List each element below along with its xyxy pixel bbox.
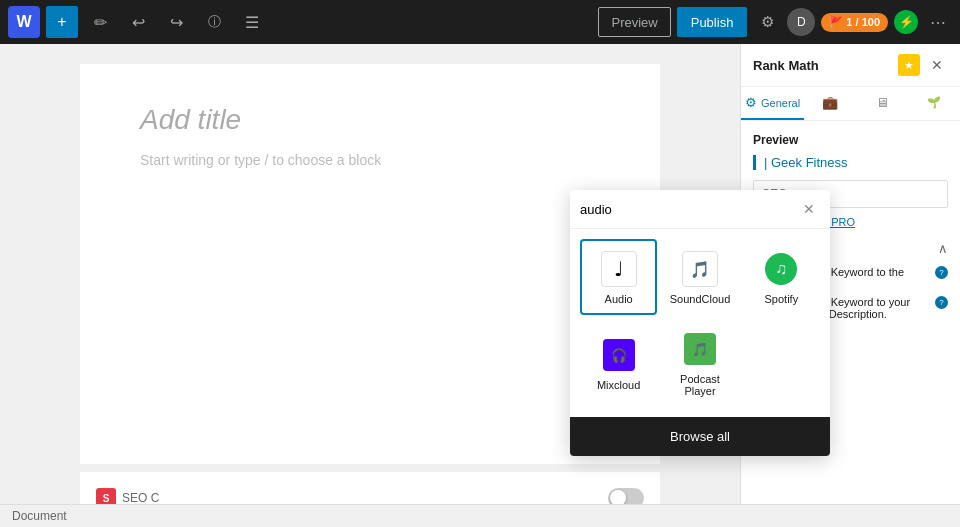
tab-schema[interactable]: 🖥 [856,87,908,120]
general-tab-icon: ⚙ [745,95,757,110]
preview-section-label: Preview [753,133,948,147]
content-chevron[interactable]: ∧ [938,241,948,256]
block-search-popup: ✕ ♩ Audio 🎵 SoundCloud ♫ Spotify 🎧 Mixcl… [570,190,830,456]
spotify-icon-inner: ♫ [765,253,797,285]
tab-advanced[interactable]: 💼 [804,87,856,120]
rank-math-title: Rank Math [753,58,819,73]
more-options-button[interactable]: ⋯ [924,8,952,36]
preview-button[interactable]: Preview [598,7,670,37]
soundcloud-block-label: SoundCloud [670,293,731,305]
mixcloud-icon-inner: 🎧 [603,339,635,371]
block-item-audio[interactable]: ♩ Audio [580,239,657,315]
status-label: Document [12,509,67,523]
soundcloud-block-icon: 🎵 [682,251,718,287]
list-view-button[interactable]: ☰ [236,6,268,38]
seo-section-label: SEO C [122,491,159,505]
error-help-2[interactable]: ? [935,296,948,309]
tab-social[interactable]: 🌱 [908,88,960,119]
podcast-block-icon: 🎵 [682,331,718,367]
audio-block-icon: ♩ [601,251,637,287]
general-tab-label: General [761,97,800,109]
rank-math-header-icons: ★ ✕ [898,54,948,76]
browse-all-button[interactable]: Browse all [570,417,830,456]
audio-block-label: Audio [605,293,633,305]
block-item-spotify[interactable]: ♫ Spotify [743,239,820,315]
error-help-1[interactable]: ? [935,266,948,279]
mixcloud-block-label: Mixcloud [597,379,640,391]
publish-button[interactable]: Publish [677,7,748,37]
block-item-mixcloud[interactable]: 🎧 Mixcloud [580,319,657,407]
podcast-icon-inner: 🎵 [684,333,716,365]
schema-tab-icon: 🖥 [876,95,889,110]
mixcloud-block-icon: 🎧 [601,337,637,373]
advanced-tab-icon: 💼 [822,95,838,110]
add-block-button[interactable]: + [46,6,78,38]
podcast-block-label: Podcast Player [669,373,730,397]
wp-logo-icon[interactable]: W [8,6,40,38]
popup-search-row: ✕ [570,190,830,229]
block-search-input[interactable] [580,202,792,217]
rank-math-header: Rank Math ★ ✕ [741,44,960,87]
info-button[interactable]: ⓘ [198,6,230,38]
settings-button[interactable]: ⚙ [753,8,781,36]
social-tab-icon: 🌱 [927,96,941,109]
preview-site-link[interactable]: | Geek Fitness [753,155,948,170]
redo-button[interactable]: ↪ [160,6,192,38]
tab-general[interactable]: ⚙ General [741,87,804,120]
editor-content-placeholder[interactable]: Start writing or type / to choose a bloc… [140,152,600,168]
score-value: 1 / 100 [846,16,880,28]
edit-button[interactable]: ✏ [84,6,116,38]
popup-close-button[interactable]: ✕ [798,198,820,220]
rank-math-close-button[interactable]: ✕ [926,54,948,76]
rank-math-tabs: ⚙ General 💼 🖥 🌱 [741,87,960,121]
block-item-soundcloud[interactable]: 🎵 SoundCloud [661,239,738,315]
toolbar: W + ✏ ↩ ↪ ⓘ ☰ Preview Publish ⚙ D 🚩 1 / … [0,0,960,44]
seo-score-badge[interactable]: 🚩 1 / 100 [821,13,888,32]
rank-math-star-button[interactable]: ★ [898,54,920,76]
editor-title-placeholder[interactable]: Add title [140,104,600,136]
block-grid: ♩ Audio 🎵 SoundCloud ♫ Spotify 🎧 Mixclou… [570,229,830,417]
undo-button[interactable]: ↩ [122,6,154,38]
spotify-block-icon: ♫ [763,251,799,287]
block-item-podcast[interactable]: 🎵 Podcast Player [661,319,738,407]
spotify-block-label: Spotify [765,293,799,305]
score-flag-icon: 🚩 [829,16,843,29]
status-bar: Document [0,504,960,527]
d-icon-button[interactable]: D [787,8,815,36]
rank-math-bolt-button[interactable]: ⚡ [894,10,918,34]
